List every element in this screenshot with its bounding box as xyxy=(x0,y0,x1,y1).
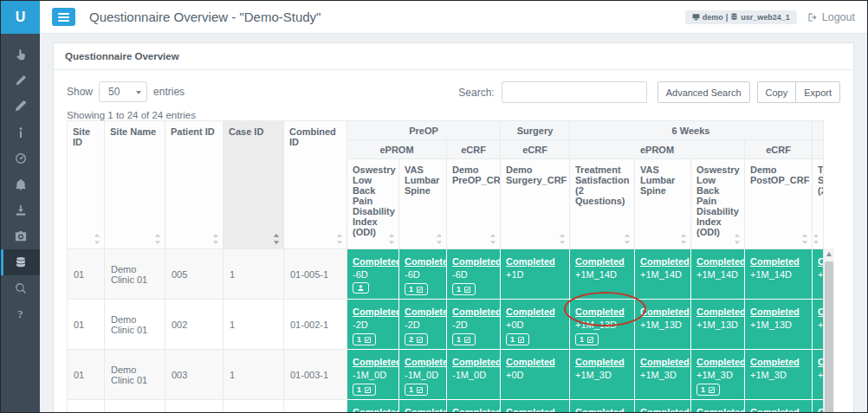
completed-link[interactable]: Completed xyxy=(452,256,501,267)
completed-link[interactable]: Completed xyxy=(353,256,399,267)
questionnaire-header[interactable]: Treatment Satisfaction (2 Questions) xyxy=(813,159,824,249)
time-offset: -1M_0D xyxy=(353,370,393,380)
sidebar-item-dashboard[interactable] xyxy=(1,145,40,171)
note-count-badge[interactable]: 1 xyxy=(353,333,376,345)
export-button[interactable]: Export xyxy=(795,81,840,103)
note-count-badge[interactable]: 1 xyxy=(506,333,529,345)
column-header-site-id[interactable]: Site ID xyxy=(68,121,105,249)
completed-link[interactable]: Completed xyxy=(696,307,745,317)
note-count-badge[interactable]: 1 xyxy=(575,333,599,345)
completed-link[interactable]: Completed xyxy=(353,307,399,317)
vertical-scrollbar[interactable] xyxy=(823,248,834,413)
sidebar-item-database[interactable] xyxy=(1,249,40,275)
id-cell: 1 xyxy=(223,350,284,400)
copy-button[interactable]: Copy xyxy=(757,81,797,103)
questionnaire-status-cell: Completed-6D1 xyxy=(447,249,501,300)
sidebar-item-hand-pointer[interactable] xyxy=(1,42,40,68)
scrollbar-thumb[interactable] xyxy=(825,261,833,413)
completed-link[interactable]: Completed xyxy=(696,357,745,367)
completed-link[interactable]: Completed xyxy=(452,357,501,367)
header-right: demo | usr_web24_1 Logout xyxy=(685,10,855,24)
entries-select[interactable]: 50 xyxy=(99,81,147,102)
completed-link[interactable]: Completed xyxy=(640,407,690,413)
sidebar-item-question[interactable]: ? xyxy=(1,301,40,327)
note-count-badge[interactable] xyxy=(353,282,369,294)
sidebar-item-info[interactable] xyxy=(1,119,40,145)
sidebar-item-pen[interactable] xyxy=(1,94,40,119)
column-header-patient-id[interactable]: Patient ID xyxy=(165,121,223,249)
completed-link[interactable]: Completed xyxy=(405,407,447,413)
completed-link[interactable]: Completed xyxy=(452,307,501,317)
questionnaire-status-cell: Completed+0D xyxy=(447,400,501,413)
search-input[interactable] xyxy=(502,81,647,103)
completed-link[interactable]: Completed xyxy=(506,307,555,317)
completed-link[interactable]: Completed xyxy=(353,357,399,367)
questionnaire-header[interactable]: VAS Lumbar Spine xyxy=(399,159,447,249)
time-offset: +1M_13D xyxy=(575,319,629,330)
questionnaire-header[interactable]: Treatment Satisfaction (2 Questions) xyxy=(570,159,635,249)
id-cell: 1 xyxy=(223,400,284,413)
note-count-badge[interactable]: 2 xyxy=(405,333,428,345)
id-cell: Demo Clinic 01 xyxy=(105,350,165,400)
note-count-badge[interactable]: 1 xyxy=(405,283,428,295)
completed-link[interactable]: Completed xyxy=(640,357,690,367)
completed-link[interactable]: Completed xyxy=(353,407,399,413)
note-count-badge[interactable]: 1 xyxy=(696,384,720,396)
sidebar-item-bell[interactable] xyxy=(1,171,40,197)
completed-link[interactable]: Completed xyxy=(452,407,501,413)
sidebar-item-search[interactable] xyxy=(1,275,40,301)
sidebar-item-download[interactable] xyxy=(1,197,40,223)
completed-link[interactable]: Completed xyxy=(750,407,800,413)
id-cell: 01-003-1 xyxy=(284,350,347,400)
app-logo[interactable]: U xyxy=(1,1,40,34)
questionnaire-header[interactable]: VAS Lumbar Spine xyxy=(635,159,691,249)
advanced-search-button[interactable]: Advanced Search xyxy=(657,81,750,103)
time-offset: +1M_14D xyxy=(575,269,629,280)
column-header-combined-id[interactable]: Combined ID xyxy=(284,121,347,249)
check-square-icon xyxy=(416,286,424,294)
completed-link[interactable]: Completed xyxy=(750,357,800,367)
questionnaire-header-label: Demo Surgery_CRF xyxy=(506,165,564,185)
completed-link[interactable]: Completed xyxy=(696,407,745,413)
completed-link[interactable]: Completed xyxy=(405,307,447,317)
column-header-site-name[interactable]: Site Name xyxy=(105,121,165,249)
questionnaire-header[interactable]: Oswestry Low Back Pain Disability Index … xyxy=(691,159,745,249)
completed-link[interactable]: Completed xyxy=(575,307,625,317)
completed-link[interactable]: Completed xyxy=(575,407,625,413)
questionnaire-header[interactable]: Demo PreOP_CRF xyxy=(447,159,501,249)
completed-link[interactable]: Completed xyxy=(640,256,690,267)
sidebar-item-camera[interactable] xyxy=(1,223,40,249)
completed-link[interactable]: Completed xyxy=(405,357,447,367)
questionnaire-status-cell: Completed-2D2 xyxy=(399,300,447,350)
completed-link[interactable]: Completed xyxy=(506,256,555,267)
questionnaire-header[interactable]: Demo Surgery_CRF xyxy=(501,159,570,249)
menu-toggle-button[interactable] xyxy=(52,8,75,26)
completed-link[interactable]: Completed xyxy=(506,407,555,413)
questionnaire-status-cell: Completed+0D1 xyxy=(347,400,399,413)
questionnaire-header[interactable]: Demo PostOP_CRF xyxy=(745,159,813,249)
completed-link[interactable]: Completed xyxy=(575,256,625,267)
questionnaire-header-label: Treatment Satisfaction (2 Questions) xyxy=(575,165,629,206)
sidebar-item-pencil[interactable] xyxy=(1,68,40,94)
info-icon xyxy=(15,126,27,139)
panel-title: Questionnaire Overview xyxy=(54,43,853,70)
note-count-badge[interactable]: 1 xyxy=(452,283,476,295)
completed-link[interactable]: Completed xyxy=(506,357,555,367)
note-count-badge[interactable]: 1 xyxy=(353,384,376,396)
questionnaire-header[interactable]: Oswestry Low Back Pain Disability Index … xyxy=(347,159,399,249)
id-cell: 01 xyxy=(68,249,105,300)
subgroup-header xyxy=(813,140,824,159)
completed-link[interactable]: Completed xyxy=(405,256,447,267)
note-count-badge[interactable]: 1 xyxy=(405,384,428,396)
completed-link[interactable]: Completed xyxy=(750,307,800,317)
scroll-up-arrow[interactable] xyxy=(824,248,834,260)
completed-link[interactable]: Completed xyxy=(575,357,625,367)
id-cell: Demo Clinic 01 xyxy=(105,300,165,350)
completed-link[interactable]: Completed xyxy=(640,307,690,317)
note-count-badge[interactable]: 1 xyxy=(452,333,476,345)
completed-link[interactable]: Completed xyxy=(696,256,745,267)
column-header-case-id[interactable]: Case ID xyxy=(223,121,284,249)
logout-button[interactable]: Logout xyxy=(807,11,855,23)
questionnaire-status-cell: Completed+3M xyxy=(813,300,824,350)
completed-link[interactable]: Completed xyxy=(750,256,800,267)
